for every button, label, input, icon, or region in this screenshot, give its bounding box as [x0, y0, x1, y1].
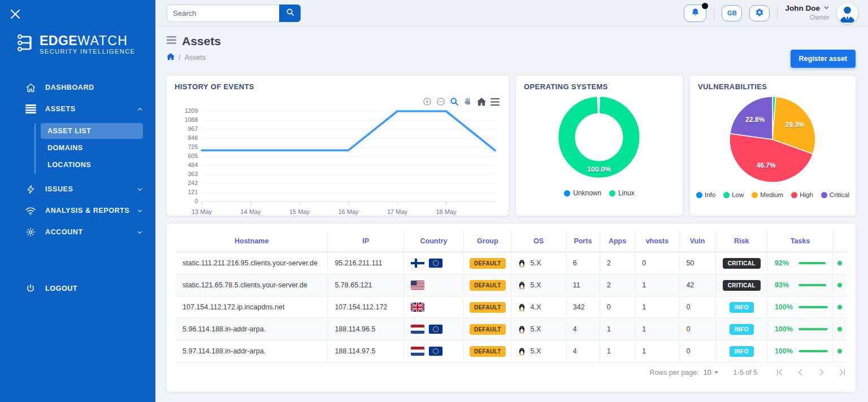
legend-item[interactable]: Low: [723, 191, 744, 198]
table-row[interactable]: static.111.211.216.95.clients.your-serve…: [176, 252, 847, 274]
column-header-apps[interactable]: Apps: [600, 230, 635, 252]
notifications-button[interactable]: [684, 5, 706, 22]
sidebar-item-asset-list[interactable]: ASSET LIST: [41, 123, 143, 139]
risk-badge: CRITICAL: [723, 280, 761, 291]
line-chart-svg: 12091088967846725605484363242121013 May1…: [175, 106, 501, 219]
menu-icon[interactable]: [491, 98, 500, 106]
column-header-country[interactable]: Country: [403, 230, 463, 252]
history-of-events-chart[interactable]: 12091088967846725605484363242121013 May1…: [175, 91, 501, 221]
vulnerabilities-chart[interactable]: 29.3%46.7%22.8%: [698, 91, 848, 190]
sidebar-item-label: ISSUES: [45, 185, 73, 193]
table-row[interactable]: static.121.65.78.5.clients.your-server.d…: [176, 274, 847, 296]
sidebar-item-issues[interactable]: ISSUES: [0, 178, 155, 200]
cell-hostname: static.111.211.216.95.clients.your-serve…: [176, 252, 328, 274]
legend-item[interactable]: Linux: [609, 189, 635, 197]
cell-vuln: 0: [679, 340, 715, 362]
search-icon: [286, 8, 294, 18]
sidebar-item-label: ACCOUNT: [45, 228, 83, 236]
sidebar-item-assets[interactable]: ASSETS: [0, 98, 155, 120]
legend-label: Linux: [618, 189, 635, 197]
chart-legend: InfoLowMediumHighCritical: [698, 191, 848, 198]
svg-text:363: 363: [188, 171, 198, 177]
legend-dot: [609, 190, 615, 196]
pan-icon[interactable]: [463, 97, 472, 106]
legend-item[interactable]: High: [791, 191, 813, 198]
page-next-button[interactable]: [817, 368, 826, 377]
avatar[interactable]: [837, 3, 858, 24]
sidebar-item-analysis-reports[interactable]: ANALYSIS & REPORTS: [0, 200, 155, 221]
sidebar-item-logout[interactable]: LOGOUT: [0, 278, 155, 299]
cell-tasks: 93%: [767, 274, 832, 296]
legend-item[interactable]: Info: [696, 191, 715, 198]
column-header-risk[interactable]: Risk: [715, 230, 767, 252]
page-first-button[interactable]: [775, 368, 784, 377]
flag-us-icon: [411, 281, 424, 290]
column-header-group[interactable]: Group: [464, 230, 511, 252]
cell-country: [403, 274, 463, 296]
operating-systems-chart[interactable]: 100.0%: [524, 91, 675, 188]
legend-item[interactable]: Unknown: [564, 189, 601, 197]
page-prev-button[interactable]: [796, 368, 805, 377]
table-row[interactable]: 5.97.114.188.in-addr-arpa.188.114.97.5DE…: [176, 340, 847, 362]
cell-tasks: 100%: [767, 340, 832, 362]
assets-table-card: HostnameIPCountryGroupOSPortsAppsvhostsV…: [167, 224, 856, 392]
page-last-button[interactable]: [838, 368, 847, 377]
register-asset-button[interactable]: Register asset: [791, 50, 856, 68]
main-area: GB John Doe Owner: [155, 0, 868, 402]
column-header-vhosts[interactable]: vhosts: [635, 230, 679, 252]
table-row[interactable]: 107.154.112.172.ip.incapdns.net107.154.1…: [176, 296, 847, 318]
svg-text:1088: 1088: [185, 116, 198, 123]
column-header-ip[interactable]: IP: [328, 230, 403, 252]
home-icon: [25, 82, 36, 93]
column-header-vuln[interactable]: Vuln: [679, 230, 715, 252]
table-row[interactable]: 5.96.114.188.in-addr-arpa.188.114.96.5DE…: [176, 318, 847, 340]
cell-group: DEFAULT: [464, 318, 511, 340]
sidebar-item-domains[interactable]: DOMAINS: [41, 140, 143, 156]
sidebar-item-account[interactable]: ACCOUNT: [0, 221, 155, 243]
column-header-hostname[interactable]: Hostname: [176, 230, 328, 252]
search-input[interactable]: [167, 5, 279, 22]
wifi-icon: [25, 205, 36, 216]
rows-per-page-select[interactable]: 10: [704, 369, 719, 377]
flag-netherlands-icon: [411, 347, 424, 356]
svg-text:100.0%: 100.0%: [587, 165, 611, 173]
cell-ports: 342: [566, 296, 600, 318]
zoom-out-icon[interactable]: [436, 97, 445, 106]
risk-badge: INFO: [730, 324, 754, 335]
legend-item[interactable]: Critical: [821, 191, 849, 198]
sidebar-nav: DASHBOARD ASSETS ASSET LISTDOMAINSLOCATI…: [0, 77, 155, 243]
selection-zoom-icon[interactable]: [450, 97, 459, 106]
svg-text:1209: 1209: [185, 107, 198, 114]
close-icon[interactable]: [9, 8, 23, 21]
flag-netherlands-icon: [411, 325, 424, 334]
gear-icon: [25, 226, 36, 238]
cell-hostname: static.121.65.78.5.clients.your-server.d…: [176, 274, 328, 296]
search-button[interactable]: [279, 5, 301, 22]
legend-dot: [696, 192, 702, 198]
sidebar-item-locations[interactable]: LOCATIONS: [41, 157, 143, 173]
user-menu[interactable]: John Doe Owner: [785, 4, 830, 22]
legend-label: High: [800, 191, 813, 198]
chart-toolbar: [423, 97, 500, 106]
breadcrumb-separator: /: [179, 54, 180, 62]
cell-hostname: 5.96.114.188.in-addr-arpa.: [176, 318, 328, 340]
rows-per-page-label: Rows per page:: [649, 369, 699, 377]
cell-country: [403, 296, 463, 318]
legend-item[interactable]: Medium: [752, 191, 783, 198]
vulnerabilities-card: VULNERABILITIES 29.3%46.7%22.8% InfoLowM…: [690, 76, 856, 216]
settings-button[interactable]: [749, 5, 770, 21]
legend-dot: [564, 190, 570, 196]
sidebar-item-dashboard[interactable]: DASHBOARD: [0, 77, 155, 98]
zoom-in-icon[interactable]: [423, 97, 432, 106]
home-icon[interactable]: [167, 53, 175, 62]
column-header-ports[interactable]: Ports: [566, 230, 600, 252]
home-icon[interactable]: [477, 98, 486, 106]
column-header-tasks[interactable]: Tasks: [767, 230, 832, 252]
page-title-icon: [167, 36, 176, 46]
language-button[interactable]: GB: [722, 5, 742, 21]
page-head: Assets / Assets Register asset: [167, 34, 856, 68]
brand-name: EDGEWATCH: [40, 34, 135, 47]
online-status-dot: [837, 327, 842, 331]
logo-circuit-icon: [17, 33, 35, 55]
column-header-os[interactable]: OS: [511, 230, 566, 252]
